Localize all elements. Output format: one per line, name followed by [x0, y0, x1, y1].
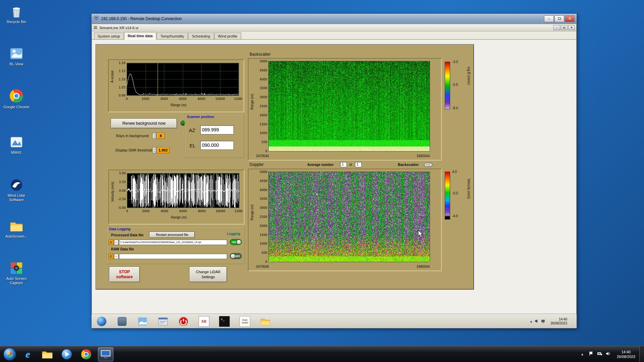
change-lidar-settings-button[interactable]: Change LiDARSettings: [189, 266, 227, 282]
desktop-icon-autoscreen-folder[interactable]: AutoScreen...: [2, 219, 31, 239]
remote-blview-icon[interactable]: [137, 316, 148, 327]
backscatter-doppler-toggle[interactable]: [424, 163, 433, 167]
remote-folder-icon[interactable]: [260, 316, 271, 327]
rdp-minimize-button[interactable]: –: [544, 15, 554, 22]
processed-data-file-label: Processed Data file: [111, 233, 144, 237]
scanner-position-title: Scanner position: [187, 115, 214, 119]
velocity-plot-frame: Velocity (m/s) Range (m): [108, 170, 245, 225]
scanner-position-group: Scanner position AZ 089.999 EL 090.000: [184, 114, 244, 158]
processed-browse-button[interactable]: ▷: [114, 240, 118, 245]
backscatter-x-start: 2479545: [256, 154, 269, 158]
renew-background-button[interactable]: Renew background now: [111, 118, 177, 128]
backscatter-canvas: [255, 60, 430, 154]
snr-threshold-label: Display SNR threshold: [115, 148, 153, 152]
doppler-x-start: 2479545: [256, 265, 269, 268]
backscatter-colorbar: -3.0 -5.5 -8.0: [445, 60, 470, 112]
stop-software-button[interactable]: STOPsoftware: [109, 266, 140, 282]
app-minimize-button[interactable]: –: [553, 25, 560, 30]
rdp-titlebar[interactable]: 192.168.0.150 - Remote Desktop Connectio…: [92, 14, 577, 24]
tab-wind-profile[interactable]: Wind profile: [214, 33, 241, 39]
tab-page-real-time-data: A-scope Range (m) Renew background now R…: [92, 40, 576, 314]
doppler-colorbar-min: -4.0: [452, 214, 458, 218]
hidden-icons-arrow[interactable]: ▲: [579, 353, 586, 356]
doppler-colorbar-axis-label: Velocity (m/s): [467, 179, 471, 199]
desktop-icon-bl-view[interactable]: BL-View: [2, 46, 31, 66]
el-value-field[interactable]: 090.000: [200, 141, 234, 150]
rdp-maximize-button[interactable]: [554, 15, 564, 22]
backscatter-plot-frame: Range (m) 2479545 2480044: [248, 58, 442, 161]
ascope-x-axis-label: Range (m): [170, 103, 186, 107]
remote-browser-icon[interactable]: [96, 316, 107, 327]
app-restore-button[interactable]: [561, 25, 568, 30]
rdp-titlebar-icon: [94, 16, 99, 22]
logging-label: Logging: [227, 232, 240, 236]
remote-scan-sched-icon[interactable]: Scansched: [239, 316, 250, 327]
app-titlebar[interactable]: StreamLine XR v14-6.vi – ✕: [92, 24, 576, 32]
raw-logging-toggle[interactable]: OFF: [230, 253, 242, 259]
taskbar-remote-desktop-icon[interactable]: [98, 347, 113, 361]
remote-xr-app-icon[interactable]: XR: [199, 316, 209, 327]
desktop-icon-auto-screen-capture[interactable]: Auto Screen Capture: [2, 261, 31, 285]
remote-terminal-icon[interactable]: >_: [219, 316, 230, 327]
rays-spinner[interactable]: ▲▼: [152, 133, 156, 139]
backscatter-x-end: 2480044: [417, 154, 430, 158]
desktop-icon-mw41[interactable]: MW41: [2, 135, 31, 155]
ascope-y-axis-label: A-scope: [110, 70, 114, 83]
ascope-canvas: [115, 61, 242, 103]
doppler-y-axis-label: Range (m): [250, 204, 254, 220]
app-close-button[interactable]: ✕: [568, 25, 575, 30]
raw-path-field[interactable]: [119, 254, 227, 259]
network-icon[interactable]: [596, 351, 603, 357]
remote-app-icon[interactable]: [117, 316, 127, 327]
taskbar-chrome-icon[interactable]: [78, 347, 94, 361]
taskbar-clock[interactable]: 14:40 26/08/2023: [617, 350, 635, 359]
average-total-field[interactable]: 1: [355, 162, 362, 167]
app-icon: [93, 25, 98, 31]
volume-icon[interactable]: [605, 351, 612, 357]
action-center-flag-icon[interactable]: [587, 351, 595, 357]
taskbar-media-player-icon[interactable]: [59, 347, 74, 361]
backscatter-colorbar-mid: -5.5: [452, 83, 458, 86]
backscatter-colorbar-min: -8.0: [452, 106, 458, 110]
remote-network-icon[interactable]: [541, 318, 546, 324]
tab-system-setup[interactable]: System setup: [94, 33, 124, 39]
tab-temp-humidity[interactable]: Temp/humidity: [157, 33, 188, 39]
host-taskbar: e ▲: [0, 346, 644, 362]
desktop-icon-recycle-bin[interactable]: Recycle Bin: [2, 4, 31, 24]
rays-value-field[interactable]: 8: [157, 133, 165, 139]
desktop-icon-wind-lidar[interactable]: Wind Lidar Software: [2, 178, 31, 202]
app-window-title: StreamLine XR v14-6.vi: [99, 26, 553, 30]
of-label: of: [349, 163, 352, 167]
remote-clock[interactable]: 14:40 26/08/2023: [550, 317, 567, 325]
tab-scheduling[interactable]: Scheduling: [188, 33, 214, 39]
rdp-close-button[interactable]: ✕: [565, 15, 575, 22]
doppler-x-end: 2480044: [417, 265, 430, 268]
desktop-icon-google-chrome[interactable]: Google Chrome: [2, 88, 31, 109]
snr-value-field[interactable]: 1.002: [157, 147, 169, 153]
backscatter-toggle-label: Backscatter: [398, 163, 419, 167]
az-value-field[interactable]: 089.999: [200, 125, 234, 134]
backscatter-colorbar-max: -3.0: [452, 60, 458, 64]
snr-spinner[interactable]: ▲▼: [152, 147, 156, 153]
remote-window-icon[interactable]: [158, 316, 168, 327]
average-number-label: Average number: [307, 163, 334, 167]
remote-volume-icon[interactable]: [535, 318, 539, 324]
average-number-field[interactable]: 1: [340, 162, 347, 167]
processed-path-field[interactable]: C:\Lidar\Data\Proc\2023\202308\20230826\…: [119, 240, 227, 245]
remote-power-icon[interactable]: [178, 316, 189, 327]
remote-hidden-icons-arrow[interactable]: ▲: [530, 320, 533, 323]
remote-session: StreamLine XR v14-6.vi – ✕ System setup …: [92, 24, 577, 328]
tab-real-time-data[interactable]: Real time data: [124, 32, 157, 40]
taskbar-explorer-icon[interactable]: [40, 347, 55, 361]
start-button[interactable]: [3, 348, 16, 361]
taskbar-internet-explorer-icon[interactable]: e: [20, 347, 36, 361]
show-desktop-button[interactable]: [639, 346, 644, 362]
raw-browse-button[interactable]: ▷: [114, 254, 118, 259]
restart-processed-file-button[interactable]: Restart processed file: [149, 232, 195, 238]
processed-logging-toggle[interactable]: ON: [230, 239, 242, 245]
doppler-plot-frame: Range (m) 2479545 2480044: [248, 169, 442, 271]
remote-taskbar: XR >_ Scansched ▲: [92, 314, 577, 328]
processed-drive-button[interactable]: C: [109, 240, 113, 245]
raw-drive-button[interactable]: C: [109, 254, 113, 259]
screen-capture-icon: [9, 261, 24, 276]
